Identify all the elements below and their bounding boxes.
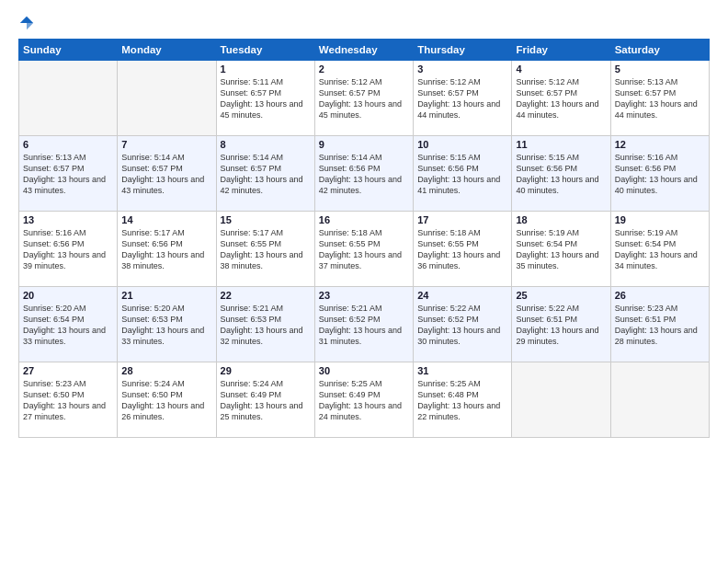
day-number: 6 bbox=[23, 139, 113, 150]
weekday-header: Tuesday bbox=[216, 40, 314, 61]
calendar-cell: 16Sunrise: 5:18 AM Sunset: 6:55 PM Dayli… bbox=[314, 212, 413, 287]
day-number: 18 bbox=[516, 214, 606, 225]
day-info: Sunrise: 5:17 AM Sunset: 6:56 PM Dayligh… bbox=[121, 227, 211, 272]
weekday-header: Wednesday bbox=[314, 40, 413, 61]
day-info: Sunrise: 5:23 AM Sunset: 6:51 PM Dayligh… bbox=[615, 303, 705, 348]
svg-marker-1 bbox=[27, 23, 33, 29]
day-number: 9 bbox=[319, 139, 409, 150]
calendar-cell: 17Sunrise: 5:18 AM Sunset: 6:55 PM Dayli… bbox=[414, 212, 512, 287]
day-number: 22 bbox=[221, 290, 311, 301]
calendar-cell: 31Sunrise: 5:25 AM Sunset: 6:48 PM Dayli… bbox=[414, 362, 512, 438]
day-info: Sunrise: 5:21 AM Sunset: 6:52 PM Dayligh… bbox=[319, 303, 409, 348]
day-number: 17 bbox=[417, 214, 507, 225]
calendar-week-row: 6Sunrise: 5:13 AM Sunset: 6:57 PM Daylig… bbox=[19, 136, 710, 212]
calendar-cell: 18Sunrise: 5:19 AM Sunset: 6:54 PM Dayli… bbox=[512, 212, 610, 287]
header bbox=[18, 15, 710, 31]
day-info: Sunrise: 5:12 AM Sunset: 6:57 PM Dayligh… bbox=[516, 76, 606, 121]
weekday-header: Monday bbox=[118, 40, 216, 61]
calendar-week-row: 1Sunrise: 5:11 AM Sunset: 6:57 PM Daylig… bbox=[19, 61, 710, 136]
calendar-cell: 27Sunrise: 5:23 AM Sunset: 6:50 PM Dayli… bbox=[19, 362, 118, 438]
calendar-cell: 13Sunrise: 5:16 AM Sunset: 6:56 PM Dayli… bbox=[19, 212, 118, 287]
day-info: Sunrise: 5:25 AM Sunset: 6:49 PM Dayligh… bbox=[319, 378, 409, 423]
calendar-cell: 22Sunrise: 5:21 AM Sunset: 6:53 PM Dayli… bbox=[216, 287, 314, 362]
calendar-cell: 25Sunrise: 5:22 AM Sunset: 6:51 PM Dayli… bbox=[512, 287, 610, 362]
day-info: Sunrise: 5:14 AM Sunset: 6:57 PM Dayligh… bbox=[121, 152, 211, 197]
calendar-cell: 1Sunrise: 5:11 AM Sunset: 6:57 PM Daylig… bbox=[216, 61, 314, 136]
calendar-cell: 26Sunrise: 5:23 AM Sunset: 6:51 PM Dayli… bbox=[610, 287, 709, 362]
day-info: Sunrise: 5:22 AM Sunset: 6:51 PM Dayligh… bbox=[516, 303, 606, 348]
calendar-week-row: 20Sunrise: 5:20 AM Sunset: 6:54 PM Dayli… bbox=[19, 287, 710, 362]
day-number: 29 bbox=[221, 365, 311, 376]
day-info: Sunrise: 5:15 AM Sunset: 6:56 PM Dayligh… bbox=[417, 152, 507, 197]
day-number: 5 bbox=[615, 63, 705, 75]
calendar-cell: 3Sunrise: 5:12 AM Sunset: 6:57 PM Daylig… bbox=[414, 61, 512, 136]
calendar-cell: 14Sunrise: 5:17 AM Sunset: 6:56 PM Dayli… bbox=[118, 212, 216, 287]
calendar-cell: 7Sunrise: 5:14 AM Sunset: 6:57 PM Daylig… bbox=[118, 136, 216, 212]
day-number: 11 bbox=[516, 139, 606, 150]
day-number: 25 bbox=[516, 290, 606, 301]
day-number: 3 bbox=[417, 63, 507, 75]
day-info: Sunrise: 5:22 AM Sunset: 6:52 PM Dayligh… bbox=[417, 303, 507, 348]
day-info: Sunrise: 5:24 AM Sunset: 6:49 PM Dayligh… bbox=[221, 378, 311, 423]
page: SundayMondayTuesdayWednesdayThursdayFrid… bbox=[0, 0, 728, 563]
day-number: 26 bbox=[615, 290, 705, 301]
day-info: Sunrise: 5:21 AM Sunset: 6:53 PM Dayligh… bbox=[221, 303, 311, 348]
day-info: Sunrise: 5:13 AM Sunset: 6:57 PM Dayligh… bbox=[23, 152, 113, 197]
day-info: Sunrise: 5:14 AM Sunset: 6:57 PM Dayligh… bbox=[221, 152, 311, 197]
calendar-cell: 12Sunrise: 5:16 AM Sunset: 6:56 PM Dayli… bbox=[610, 136, 709, 212]
weekday-header: Friday bbox=[512, 40, 610, 61]
calendar-week-row: 27Sunrise: 5:23 AM Sunset: 6:50 PM Dayli… bbox=[19, 362, 710, 438]
calendar-cell: 8Sunrise: 5:14 AM Sunset: 6:57 PM Daylig… bbox=[216, 136, 314, 212]
calendar-cell: 30Sunrise: 5:25 AM Sunset: 6:49 PM Dayli… bbox=[314, 362, 413, 438]
day-number: 16 bbox=[319, 214, 409, 225]
day-info: Sunrise: 5:24 AM Sunset: 6:50 PM Dayligh… bbox=[121, 378, 211, 423]
svg-marker-0 bbox=[20, 17, 33, 23]
day-number: 12 bbox=[615, 139, 705, 150]
day-number: 2 bbox=[319, 63, 409, 75]
calendar-cell: 4Sunrise: 5:12 AM Sunset: 6:57 PM Daylig… bbox=[512, 61, 610, 136]
day-number: 4 bbox=[516, 63, 606, 75]
logo bbox=[18, 15, 37, 31]
day-number: 10 bbox=[417, 139, 507, 150]
day-number: 19 bbox=[615, 214, 705, 225]
day-info: Sunrise: 5:14 AM Sunset: 6:56 PM Dayligh… bbox=[319, 152, 409, 197]
day-number: 1 bbox=[221, 63, 311, 75]
day-number: 15 bbox=[221, 214, 311, 225]
weekday-header: Saturday bbox=[610, 40, 709, 61]
calendar-week-row: 13Sunrise: 5:16 AM Sunset: 6:56 PM Dayli… bbox=[19, 212, 710, 287]
day-info: Sunrise: 5:25 AM Sunset: 6:48 PM Dayligh… bbox=[417, 378, 507, 423]
calendar-cell: 21Sunrise: 5:20 AM Sunset: 6:53 PM Dayli… bbox=[118, 287, 216, 362]
calendar-cell: 20Sunrise: 5:20 AM Sunset: 6:54 PM Dayli… bbox=[19, 287, 118, 362]
day-number: 24 bbox=[417, 290, 507, 301]
calendar-cell: 6Sunrise: 5:13 AM Sunset: 6:57 PM Daylig… bbox=[19, 136, 118, 212]
calendar-cell bbox=[512, 362, 610, 438]
day-number: 20 bbox=[23, 290, 113, 301]
calendar-cell: 19Sunrise: 5:19 AM Sunset: 6:54 PM Dayli… bbox=[610, 212, 709, 287]
day-number: 30 bbox=[319, 365, 409, 376]
calendar-cell: 28Sunrise: 5:24 AM Sunset: 6:50 PM Dayli… bbox=[118, 362, 216, 438]
day-number: 27 bbox=[23, 365, 113, 376]
day-number: 21 bbox=[121, 290, 211, 301]
day-info: Sunrise: 5:13 AM Sunset: 6:57 PM Dayligh… bbox=[615, 76, 705, 121]
day-info: Sunrise: 5:16 AM Sunset: 6:56 PM Dayligh… bbox=[23, 227, 113, 272]
weekday-header-row: SundayMondayTuesdayWednesdayThursdayFrid… bbox=[19, 40, 710, 61]
day-info: Sunrise: 5:18 AM Sunset: 6:55 PM Dayligh… bbox=[319, 227, 409, 272]
day-number: 8 bbox=[221, 139, 311, 150]
day-info: Sunrise: 5:17 AM Sunset: 6:55 PM Dayligh… bbox=[221, 227, 311, 272]
calendar-cell: 10Sunrise: 5:15 AM Sunset: 6:56 PM Dayli… bbox=[414, 136, 512, 212]
day-info: Sunrise: 5:12 AM Sunset: 6:57 PM Dayligh… bbox=[319, 76, 409, 121]
day-number: 13 bbox=[23, 214, 113, 225]
calendar-cell: 15Sunrise: 5:17 AM Sunset: 6:55 PM Dayli… bbox=[216, 212, 314, 287]
weekday-header: Sunday bbox=[19, 40, 118, 61]
day-info: Sunrise: 5:20 AM Sunset: 6:54 PM Dayligh… bbox=[23, 303, 113, 348]
calendar-cell: 24Sunrise: 5:22 AM Sunset: 6:52 PM Dayli… bbox=[414, 287, 512, 362]
day-info: Sunrise: 5:18 AM Sunset: 6:55 PM Dayligh… bbox=[417, 227, 507, 272]
day-info: Sunrise: 5:23 AM Sunset: 6:50 PM Dayligh… bbox=[23, 378, 113, 423]
day-info: Sunrise: 5:20 AM Sunset: 6:53 PM Dayligh… bbox=[121, 303, 211, 348]
day-number: 28 bbox=[121, 365, 211, 376]
day-number: 31 bbox=[417, 365, 507, 376]
day-info: Sunrise: 5:15 AM Sunset: 6:56 PM Dayligh… bbox=[516, 152, 606, 197]
day-number: 23 bbox=[319, 290, 409, 301]
day-number: 14 bbox=[121, 214, 211, 225]
day-info: Sunrise: 5:19 AM Sunset: 6:54 PM Dayligh… bbox=[516, 227, 606, 272]
